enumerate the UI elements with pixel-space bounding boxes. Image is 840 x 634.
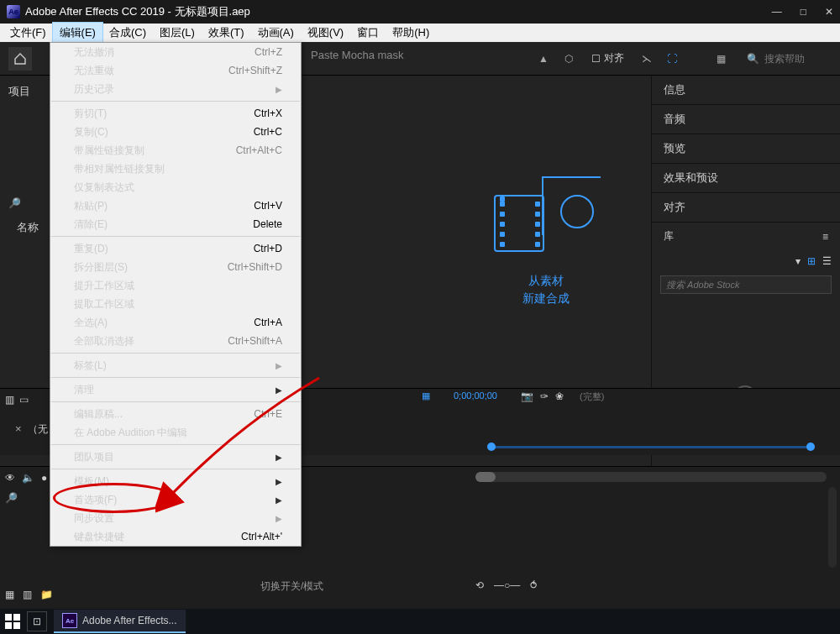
menu-item: 无法撤消Ctrl+Z: [50, 43, 301, 61]
window-title: Adobe After Effects CC 2019 - 无标题项目.aep: [25, 4, 772, 19]
edit-menu-dropdown: 无法撤消Ctrl+Z无法重做Ctrl+Shift+Z历史记录▶剪切(T)Ctrl…: [50, 42, 302, 547]
taskbar-app-after-effects[interactable]: Ae Adobe After Effects...: [54, 610, 186, 633]
menu-item: 编辑原稿...Ctrl+E: [50, 405, 301, 423]
maximize-button[interactable]: □: [801, 6, 806, 18]
menu-item: 提升工作区域: [50, 276, 301, 295]
toggle-switches-label[interactable]: 切换开关/模式: [260, 579, 323, 594]
taskbar-app-label: Adobe After Effects...: [82, 615, 177, 626]
menu-item[interactable]: 模板(M)▶: [50, 472, 301, 490]
footer-icon[interactable]: ▦: [422, 390, 430, 401]
tool-icon[interactable]: ▲: [534, 50, 553, 68]
tool-icon[interactable]: ⛶: [663, 50, 681, 68]
menu-item[interactable]: 清理▶: [50, 380, 301, 399]
menu-item: 提取工作区域: [50, 295, 301, 313]
menu-item[interactable]: 复制(C)Ctrl+C: [50, 123, 301, 141]
menu-help[interactable]: 帮助(H): [386, 23, 436, 43]
menu-item: 无法重做Ctrl+Shift+Z: [50, 61, 301, 80]
help-search[interactable]: 🔍: [737, 53, 832, 65]
menu-layer[interactable]: 图层(L): [153, 23, 202, 43]
paste-mocha-item[interactable]: Paste Mocha mask: [311, 49, 404, 61]
menu-composition[interactable]: 合成(C): [102, 23, 153, 43]
tool-icon[interactable]: ⋋: [638, 50, 656, 68]
menu-item[interactable]: 键盘快捷键Ctrl+Alt+': [50, 527, 301, 546]
scroll-handle[interactable]: [475, 472, 496, 482]
footer-icon[interactable]: ▭: [19, 394, 29, 406]
workspace-icon[interactable]: ▦: [711, 50, 730, 68]
project-footer-tools: ▦ ▥ 📁: [5, 589, 53, 600]
toggle-icon[interactable]: ⥀: [530, 579, 537, 591]
time-navigator[interactable]: [470, 441, 823, 453]
slider-start-handle[interactable]: [487, 443, 496, 451]
footer-tool-icon[interactable]: ▥: [23, 589, 32, 600]
project-name-column[interactable]: 名称: [17, 220, 39, 235]
solo-icon[interactable]: ●: [41, 472, 47, 484]
slider-end-handle[interactable]: [806, 443, 815, 451]
eye-icon[interactable]: 👁: [5, 472, 15, 484]
toggle-icon[interactable]: —○—: [494, 579, 520, 591]
timeline-vscroll[interactable]: [828, 487, 837, 568]
footer-icon[interactable]: ❀: [555, 390, 564, 402]
menu-edit[interactable]: 编辑(E): [53, 23, 102, 43]
start-button[interactable]: [5, 614, 20, 629]
menu-bar: 文件(F) 编辑(E) 合成(C) 图层(L) 效果(T) 动画(A) 视图(V…: [0, 24, 840, 42]
footer-icon[interactable]: ✑: [540, 390, 549, 402]
menu-item: 标签(L)▶: [50, 356, 301, 375]
panel-effects[interactable]: 效果和预设: [652, 164, 840, 193]
dropdown-icon[interactable]: ▾: [795, 255, 801, 267]
tool-icon[interactable]: ⬡: [559, 50, 578, 68]
search-icon: 🔎: [5, 492, 18, 504]
menu-file[interactable]: 文件(F): [3, 23, 53, 43]
menu-animation[interactable]: 动画(A): [251, 23, 301, 43]
menu-item[interactable]: 团队项目▶: [50, 448, 301, 466]
menu-item: 全部取消选择Ctrl+Shift+A: [50, 332, 301, 350]
speaker-icon[interactable]: 🔈: [22, 472, 34, 484]
placeholder-art: [487, 176, 605, 260]
menu-item[interactable]: 粘贴(P)Ctrl+V: [50, 196, 301, 215]
menu-item[interactable]: 首选项(F)▶: [50, 490, 301, 509]
camera-icon[interactable]: 📷: [521, 390, 533, 402]
panel-menu-icon[interactable]: ≡: [822, 231, 828, 243]
ae-taskbar-icon: Ae: [62, 613, 77, 628]
menu-item[interactable]: 清除(E)Delete: [50, 215, 301, 233]
menu-item[interactable]: 全选(A)Ctrl+A: [50, 313, 301, 332]
menu-item: 带相对属性链接复制: [50, 160, 301, 178]
toggle-icon[interactable]: ⟲: [475, 579, 484, 591]
menu-item: 拆分图层(S)Ctrl+Shift+D: [50, 258, 301, 276]
title-bar: Ae Adobe After Effects CC 2019 - 无标题项目.a…: [0, 0, 840, 24]
timeline-tab[interactable]: × （无: [15, 422, 48, 437]
menu-window[interactable]: 窗口: [350, 23, 386, 43]
home-button[interactable]: [8, 47, 32, 71]
snap-toggle[interactable]: ☐ 对齐: [585, 48, 631, 69]
panel-align[interactable]: 对齐: [652, 193, 840, 223]
resolution-label[interactable]: (完整): [580, 390, 604, 403]
panel-preview[interactable]: 预览: [652, 134, 840, 164]
menu-item: 历史记录▶: [50, 80, 301, 98]
placeholder-line2: 新建合成: [470, 290, 622, 307]
menu-item[interactable]: 剪切(T)Ctrl+X: [50, 104, 301, 123]
help-search-input[interactable]: [764, 53, 832, 65]
task-view-icon[interactable]: ⊡: [27, 611, 47, 631]
footer-tool-icon[interactable]: ▦: [5, 589, 14, 600]
new-folder-icon[interactable]: 📁: [40, 589, 53, 600]
menu-item[interactable]: 重复(D)Ctrl+D: [50, 239, 301, 258]
list-view-icon[interactable]: ☰: [822, 255, 832, 267]
checkbox-icon: ☐: [591, 53, 601, 65]
app-icon: Ae: [7, 5, 20, 18]
timeline-hscroll[interactable]: [475, 472, 827, 482]
menu-view[interactable]: 视图(V): [301, 23, 350, 43]
new-comp-placeholder[interactable]: 从素材 新建合成: [470, 176, 622, 307]
placeholder-line1: 从素材: [470, 272, 622, 290]
panel-info[interactable]: 信息: [652, 76, 840, 105]
timeline-search[interactable]: 🔎: [5, 492, 18, 504]
panel-library-label: 库: [664, 229, 674, 244]
grid-view-icon[interactable]: ⊞: [807, 255, 816, 267]
minimize-button[interactable]: —: [772, 6, 782, 18]
project-search[interactable]: 🔎: [8, 197, 21, 209]
timecode-display[interactable]: 0;00;00;00: [454, 390, 497, 401]
menu-item: 仅复制表达式: [50, 178, 301, 196]
panel-audio[interactable]: 音频: [652, 105, 840, 134]
close-button[interactable]: ✕: [825, 6, 833, 18]
stock-search-input[interactable]: [660, 275, 832, 294]
menu-effect[interactable]: 效果(T): [202, 23, 251, 43]
footer-icon[interactable]: ▥: [5, 394, 14, 406]
